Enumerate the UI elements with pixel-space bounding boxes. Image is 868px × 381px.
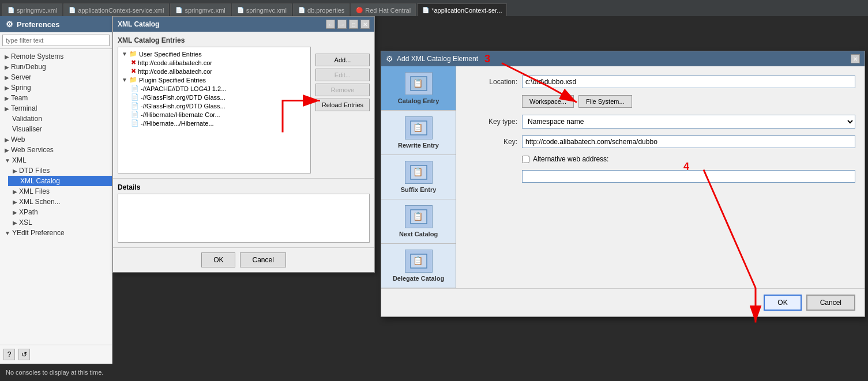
xml-icon: ✖ (131, 59, 136, 66)
pref-web[interactable]: ▶Web (0, 134, 112, 145)
tab-dbprops[interactable]: 📄 db.properties (293, 3, 350, 16)
pref-visualiser[interactable]: Visualiser (0, 124, 112, 134)
preferences-title: ⚙ Preferences (0, 16, 112, 32)
rewrite-entry-icon: 📋 (405, 116, 433, 139)
alt-web-input[interactable] (522, 170, 855, 183)
pref-remote-systems[interactable]: ▶Remote Systems (0, 51, 112, 62)
arrow-icon: ▶ (5, 74, 9, 81)
add-button[interactable]: Add... (315, 54, 370, 66)
remove-button[interactable]: Remove (315, 84, 370, 96)
pref-server[interactable]: ▶Server (0, 72, 112, 82)
folder-icon: 📁 (129, 76, 137, 84)
pref-xml[interactable]: ▼XML (0, 155, 112, 165)
pref-web-services[interactable]: ▶Web Services (0, 145, 112, 155)
entry-type-suffix[interactable]: 📋 Suffix Entry (381, 155, 456, 199)
arrow-icon: ▶ (5, 137, 9, 143)
arrow-icon: ▶ (5, 85, 9, 91)
pref-yedit[interactable]: ▼YEdit Preference (0, 228, 112, 238)
pref-xpath[interactable]: ▶XPath (8, 207, 112, 217)
pref-bottom-icons: ? ↺ (0, 345, 112, 364)
reload-button[interactable]: Reload Entries (315, 99, 370, 111)
alt-web-checkbox[interactable] (522, 156, 529, 163)
tab-appcontext[interactable]: 📄 *applicationContext-ser... (417, 3, 507, 16)
tree-user-specified[interactable]: ▼ 📁 User Specified Entries (121, 50, 308, 58)
pref-xml-files[interactable]: ▶XML Files (8, 186, 112, 197)
details-area: Details (113, 178, 374, 247)
entry-type-next-catalog[interactable]: 📋 Next Catalog (381, 199, 456, 244)
tree-alibaba1[interactable]: ✖ http://code.alibabatech.cor (130, 58, 308, 67)
pref-xml-catalog[interactable]: XML Catalog (8, 176, 112, 186)
suffix-entry-icon: 📋 (405, 161, 433, 184)
catalog-ok-button[interactable]: OK (201, 252, 235, 267)
edit-button[interactable]: Edit... (315, 69, 370, 81)
folder-icon: 📁 (129, 50, 137, 58)
tab-springmvc4[interactable]: 📄 springmvc.xml (232, 3, 292, 16)
xml-catalog-nav-back[interactable]: ← (326, 20, 335, 29)
tree-glassfish2[interactable]: 📄 -//GlassFish.org//DTD Glass... (130, 101, 308, 110)
tab-springmvc3[interactable]: 📄 springmvc.xml (170, 3, 230, 16)
tree-alibaba2[interactable]: ✖ http://code.alibabatech.cor (130, 67, 308, 76)
tree-apache-log4j[interactable]: 📄 -//APACHE//DTD LOG4J 1.2... (130, 84, 308, 93)
main-area: rk.org/schema/beans" ⚙ Preferences ▶Remo… (0, 16, 868, 364)
xml-catalog-close[interactable]: ✕ (360, 20, 370, 29)
key-type-select[interactable]: Namespace name Public ID System ID URI (522, 115, 855, 129)
add-catalog-dialog: ⚙ Add XML Catalog Element ✕ 📋 Catalog En… (381, 51, 865, 317)
location-label: Location: (465, 78, 517, 86)
tab-redhat[interactable]: 🔴 Red Hat Central (351, 3, 416, 16)
tree-hibernate2[interactable]: 📄 -//Hibernate.../Hibernate... (130, 119, 308, 127)
entry-type-rewrite[interactable]: 📋 Rewrite Entry (381, 111, 456, 155)
location-input[interactable] (522, 76, 855, 88)
dialog-window-controls: ← → □ ✕ (326, 20, 370, 29)
key-input[interactable] (522, 135, 855, 148)
xml-catalog-title: XML Catalog (118, 20, 159, 28)
catalog-action-buttons: Add... Edit... Remove Reload Entries (315, 36, 370, 173)
tree-hibernate1[interactable]: 📄 -//Hibernate/Hibernate Cor... (130, 110, 308, 119)
pref-terminal[interactable]: ▶Terminal (0, 103, 112, 114)
arrow-icon: ▶ (5, 64, 9, 70)
doc-icon: 📄 (131, 85, 139, 92)
entry-type-catalog[interactable]: 📋 Catalog Entry (381, 66, 456, 111)
expand-arrow-icon: ▼ (122, 77, 127, 83)
tab-springmvc2[interactable]: 📄 applicationContext-service.xml (63, 3, 169, 16)
alt-web-checkbox-row: Alternative web address: (522, 155, 855, 163)
restore-icon[interactable]: ↺ (18, 349, 30, 360)
tree-glassfish1[interactable]: 📄 -//GlassFish.org//DTD Glass... (130, 93, 308, 101)
add-catalog-close-button[interactable]: ✕ (851, 54, 860, 63)
file-system-button[interactable]: File System... (578, 95, 632, 108)
arrow-icon: ▶ (13, 188, 17, 195)
rewrite-entry-label: Rewrite Entry (398, 142, 439, 149)
xml-catalog-maximize[interactable]: □ (349, 20, 358, 29)
pref-spring[interactable]: ▶Spring (0, 82, 112, 93)
pref-xsl[interactable]: ▶XSL (8, 217, 112, 228)
preferences-panel: ⚙ Preferences ▶Remote Systems ▶Run/Debug… (0, 16, 112, 364)
entry-type-panel: 📋 Catalog Entry 📋 Rewrite Entry (381, 66, 456, 288)
next-catalog-label: Next Catalog (399, 231, 438, 237)
key-row: Key: (465, 135, 855, 148)
add-catalog-cancel-button[interactable]: Cancel (806, 295, 855, 311)
svg-text:📋: 📋 (413, 78, 423, 88)
tab-icon-springmvc4: 📄 (237, 7, 244, 13)
workspace-button[interactable]: Workspace... (522, 95, 574, 108)
xml-catalog-nav-fwd[interactable]: → (337, 20, 347, 29)
pref-dtd-files[interactable]: ▶DTD Files (8, 165, 112, 176)
key-type-row: Key type: Namespace name Public ID Syste… (465, 115, 855, 129)
pref-xml-schema[interactable]: ▶XML Schen... (8, 197, 112, 207)
help-icon[interactable]: ? (3, 349, 15, 360)
tree-plugin-specified[interactable]: ▼ 📁 Plugin Specified Entries (121, 76, 308, 84)
location-action-row: Workspace... File System... (522, 95, 855, 108)
pref-team[interactable]: ▶Team (0, 93, 112, 103)
filter-input[interactable] (2, 35, 110, 46)
add-catalog-ok-button[interactable]: OK (764, 295, 801, 311)
pref-run-debug[interactable]: ▶Run/Debug (0, 62, 112, 72)
entry-type-delegate[interactable]: 📋 Delegate Catalog (381, 244, 456, 288)
gear-icon: ⚙ (6, 20, 13, 29)
pref-validation[interactable]: Validation (0, 114, 112, 124)
tab-bar: 📄 springmvc.xml 📄 applicationContext-ser… (0, 0, 868, 16)
tab-springmvc1[interactable]: 📄 springmvc.xml (2, 3, 62, 16)
details-label: Details (118, 183, 370, 191)
catalog-tree[interactable]: ▼ 📁 User Specified Entries ✖ http://code… (118, 47, 311, 173)
catalog-cancel-button[interactable]: Cancel (240, 252, 285, 267)
arrow-icon: ▼ (5, 230, 10, 236)
xml-catalog-footer: OK Cancel (113, 247, 374, 272)
arrow-icon: ▶ (13, 220, 17, 226)
